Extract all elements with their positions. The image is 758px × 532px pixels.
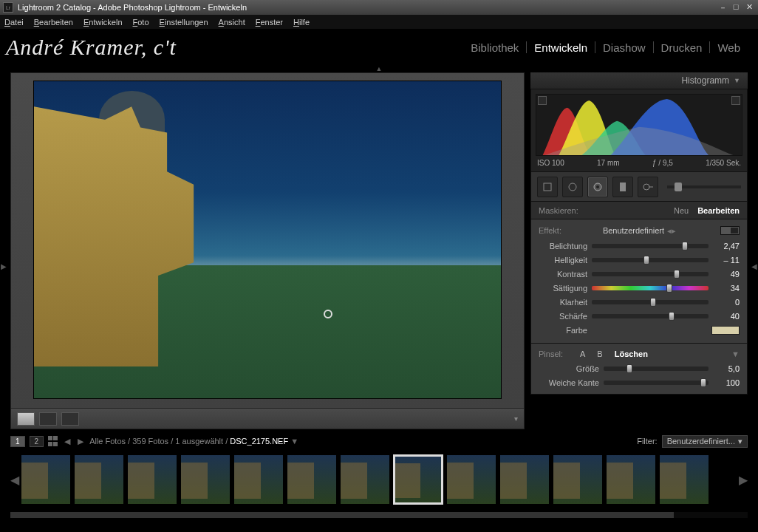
histogram-header[interactable]: Histogramm ▼ (530, 72, 748, 89)
slider-track-Kontrast[interactable] (592, 272, 709, 276)
brush-knob-Weiche Kante[interactable] (700, 378, 706, 387)
slider-knob-Helligkeit[interactable] (643, 256, 649, 265)
breadcrumb[interactable]: Alle Fotos / 359 Fotos / 1 ausgewählt / … (89, 437, 298, 446)
thumbnail[interactable] (606, 454, 656, 505)
spot-tool[interactable] (562, 177, 583, 197)
image-preview-area[interactable] (10, 72, 525, 409)
mask-new[interactable]: Neu (674, 206, 689, 215)
scrollbar-thumb[interactable] (10, 512, 674, 518)
module-entwickeln[interactable]: Entwickeln (527, 41, 595, 54)
adjustment-brush-tool[interactable] (638, 177, 658, 197)
menu-ansicht[interactable]: Ansicht (219, 18, 245, 27)
close-button[interactable]: ✕ (743, 2, 755, 13)
thumbnail[interactable] (340, 454, 390, 505)
redeye-tool[interactable] (587, 177, 608, 197)
right-panel: Histogramm ▼ ISO 100 17 mm ƒ / 9,5 1/350 (530, 72, 748, 429)
filmstrip-scroll-left[interactable]: ◀ (10, 454, 19, 505)
slider-knob-Kontrast[interactable] (674, 270, 680, 279)
menu-entwickeln[interactable]: Entwickeln (83, 18, 123, 27)
slider-value-Kontrast[interactable]: 49 (709, 270, 740, 279)
slider-knob-Belichtung[interactable] (682, 242, 688, 250)
adjustment-pin[interactable] (324, 310, 332, 318)
graduated-filter-tool[interactable] (612, 177, 633, 197)
grid-view-icon[interactable] (48, 436, 58, 446)
brush-label-Größe: Größe (539, 364, 604, 373)
histogram-collapse-icon[interactable]: ▼ (734, 77, 740, 84)
thumbnail[interactable] (393, 454, 443, 505)
menu-datei[interactable]: Datei (4, 18, 24, 27)
brush-erase[interactable]: Löschen (615, 349, 648, 358)
filmstrip-scrollbar[interactable] (10, 512, 748, 518)
nav-prev-icon[interactable]: ◀ (63, 437, 72, 446)
mask-label: Maskieren: (539, 206, 578, 215)
menu-foto[interactable]: Foto (133, 18, 149, 27)
nav-next-icon[interactable]: ▶ (76, 437, 85, 446)
svg-rect-4 (620, 183, 626, 191)
crop-tool[interactable] (537, 177, 558, 197)
photo-canvas[interactable] (33, 81, 502, 399)
slider-value-Helligkeit[interactable]: – 11 (709, 256, 740, 265)
brush-collapse-icon[interactable]: ▼ (731, 349, 740, 358)
current-filename: DSC_2175.NEF (230, 437, 288, 446)
thumbnail[interactable] (287, 454, 337, 505)
thumbnail[interactable] (127, 454, 177, 505)
exif-iso: ISO 100 (537, 159, 564, 167)
menu-hilfe[interactable]: Hilfe (293, 18, 310, 27)
menu-bearbeiten[interactable]: Bearbeiten (34, 18, 73, 27)
effect-preset-dropdown[interactable]: Benutzerdefiniert◂▸ (561, 226, 720, 236)
thumbnail[interactable] (446, 454, 496, 505)
menu-fenster[interactable]: Fenster (256, 18, 283, 27)
slider-value-Klarheit[interactable]: 0 (709, 298, 740, 307)
maximize-button[interactable]: □ (730, 2, 742, 13)
menu-einstellungen[interactable]: Einstellungen (160, 18, 208, 27)
top-panel-collapse[interactable]: ▲ (0, 65, 758, 72)
brush-value-Größe[interactable]: 5,0 (709, 364, 740, 373)
slider-track-Schärfe[interactable] (592, 314, 709, 318)
slider-knob-Schärfe[interactable] (669, 312, 675, 321)
minimize-button[interactable]: － (717, 2, 728, 13)
view-before-after-y-button[interactable] (39, 412, 57, 426)
left-panel-expand[interactable]: ▶ (0, 244, 7, 288)
module-bibliothek[interactable]: Bibliothek (463, 41, 526, 54)
brush-track-Größe[interactable] (604, 366, 709, 371)
view-before-after-x-button[interactable] (61, 412, 79, 426)
slider-track-Belichtung[interactable] (592, 244, 709, 248)
effect-toggle[interactable] (720, 226, 740, 235)
soft-proof-dropdown[interactable]: ▾ (514, 415, 518, 423)
slider-value-Schärfe[interactable]: 40 (709, 312, 740, 321)
module-drucken[interactable]: Drucken (654, 41, 710, 54)
slider-track-Klarheit[interactable] (592, 300, 709, 304)
module-web[interactable]: Web (710, 41, 748, 54)
slider-knob-Sättigung[interactable] (666, 284, 672, 293)
module-diashow[interactable]: Diashow (595, 41, 653, 54)
filmstrip-scroll-right[interactable]: ▶ (739, 454, 748, 505)
brush-a[interactable]: A (580, 349, 585, 358)
thumbnail[interactable] (180, 454, 231, 505)
slider-label-Sättigung: Sättigung (539, 284, 592, 293)
thumbnail[interactable] (553, 454, 603, 505)
thumbnail[interactable] (499, 454, 550, 505)
color-swatch[interactable] (711, 326, 740, 335)
slider-track-Helligkeit[interactable] (592, 258, 709, 262)
brush-value-Weiche Kante[interactable]: 100 (709, 378, 740, 387)
histogram-chart[interactable] (536, 94, 742, 156)
brush-b[interactable]: B (597, 349, 602, 358)
mask-edit[interactable]: Bearbeiten (697, 206, 740, 215)
histogram-title: Histogramm (681, 75, 729, 86)
thumbnail[interactable] (21, 454, 71, 505)
thumbnail[interactable] (659, 454, 709, 505)
view-loupe-button[interactable] (17, 412, 35, 426)
right-panel-expand[interactable]: ◀ (751, 244, 758, 288)
second-monitor-1[interactable]: 1 (10, 436, 25, 447)
filter-preset-dropdown[interactable]: Benutzerdefiniert...▾ (662, 435, 748, 448)
thumbnail[interactable] (74, 454, 124, 505)
thumbnail[interactable] (233, 454, 284, 505)
brush-track-Weiche Kante[interactable] (604, 381, 709, 385)
slider-value-Belichtung[interactable]: 2,47 (709, 242, 740, 250)
brush-size-quick-slider[interactable] (667, 185, 741, 188)
slider-knob-Klarheit[interactable] (650, 298, 656, 307)
slider-track-Sättigung[interactable] (592, 286, 709, 290)
brush-knob-Größe[interactable] (626, 364, 632, 373)
slider-value-Sättigung[interactable]: 34 (709, 284, 740, 293)
second-monitor-2[interactable]: 2 (30, 436, 44, 447)
